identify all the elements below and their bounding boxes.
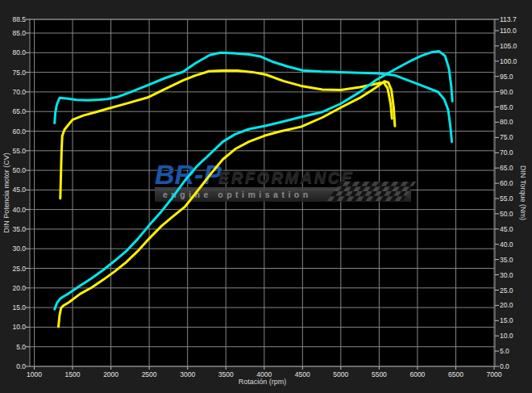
y-right-axis-title: DIN Torque (Nm) (519, 165, 527, 220)
x-tick-label: 6000 (401, 370, 434, 378)
y-left-tick-label: 50.0 (0, 166, 26, 174)
y-right-tick-label: 45.0 (500, 225, 513, 233)
y-left-tick-label: 40.0 (0, 206, 26, 214)
y-right-tick-label: 0.0 (500, 362, 509, 370)
y-right-tick-label: 35.0 (500, 256, 513, 264)
y-right-tick-label: 55.0 (500, 194, 513, 203)
y-right-tick-label: 100.0 (500, 57, 517, 65)
x-tick-label: 7000 (478, 370, 510, 378)
x-tick-label: 5000 (325, 370, 357, 378)
x-tick-label: 4500 (286, 370, 318, 378)
y-left-tick-label: 30.0 (0, 245, 26, 253)
y-left-tick-label: 5.0 (0, 343, 26, 351)
curve-torque-yellow (60, 71, 393, 199)
y-right-tick-label: 110.0 (500, 27, 517, 35)
x-tick-label: 5500 (363, 370, 395, 378)
y-right-tick-label: 95.0 (500, 73, 513, 81)
y-left-tick-label: 65.0 (0, 107, 26, 115)
x-tick-label: 4000 (248, 370, 281, 378)
y-left-tick-label: 15.0 (0, 303, 26, 311)
y-right-tick-label: 65.0 (500, 164, 513, 172)
x-tick-label: 2000 (95, 370, 127, 378)
x-tick-label: 3000 (172, 370, 204, 378)
x-tick-label: 6500 (440, 370, 472, 378)
y-left-tick-label: 45.0 (0, 186, 26, 194)
y-left-tick-label: 70.0 (0, 88, 26, 96)
x-tick-label: 2500 (133, 370, 165, 378)
y-right-tick-label: 105.0 (500, 42, 517, 50)
x-tick-label: 1500 (56, 370, 89, 378)
y-left-tick-label: 75.0 (0, 69, 26, 77)
y-right-tick-label: 80.0 (500, 118, 513, 126)
y-left-tick-label: 0.0 (0, 362, 26, 370)
curve-power-yellow (59, 82, 395, 327)
x-tick-label: 3500 (210, 370, 242, 378)
y-right-tick-label: 15.0 (500, 316, 513, 324)
y-right-tick-label: 5.0 (500, 347, 509, 355)
y-right-tick-label: 75.0 (500, 133, 513, 141)
y-right-tick-label: 85.0 (500, 103, 513, 111)
y-right-tick-label: 40.0 (500, 240, 513, 249)
y-right-tick-label: 25.0 (500, 286, 513, 295)
y-right-tick-label: 10.0 (500, 332, 513, 340)
y-left-tick-label: 20.0 (0, 284, 26, 292)
y-left-tick-label: 10.0 (0, 323, 26, 331)
x-axis-title: Rotación (rpm) (30, 378, 495, 386)
y-right-tick-label: 70.0 (500, 148, 513, 157)
dyno-chart: BR-P ERFORMANCE engine optimisation Rota… (0, 0, 532, 393)
x-tick-label: 1000 (19, 370, 51, 378)
y-right-tick-label: 113.7 (500, 15, 517, 23)
y-right-tick-label: 20.0 (500, 301, 513, 309)
y-right-tick-label: 30.0 (500, 271, 513, 279)
y-left-tick-label: 60.0 (0, 128, 26, 136)
y-left-tick-label: 55.0 (0, 147, 26, 155)
curves-layer (0, 0, 532, 393)
y-right-tick-label: 50.0 (500, 210, 513, 218)
y-left-tick-label: 88.5 (0, 15, 26, 23)
y-left-tick-label: 25.0 (0, 265, 26, 273)
y-left-tick-label: 80.0 (0, 48, 26, 56)
y-left-tick-label: 35.0 (0, 225, 26, 233)
y-right-tick-label: 90.0 (500, 88, 513, 96)
y-left-tick-label: 85.0 (0, 29, 26, 37)
y-right-tick-label: 60.0 (500, 179, 513, 187)
